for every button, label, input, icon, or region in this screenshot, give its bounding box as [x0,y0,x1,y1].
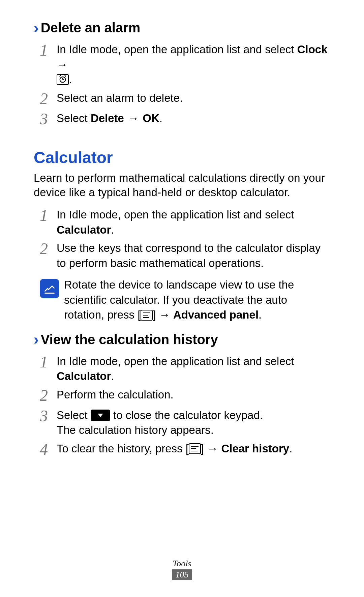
page-footer: Tools 105 [0,559,364,580]
document-page: › Delete an alarm 1 In Idle mode, open t… [0,0,364,597]
step-number: 4 [40,441,57,458]
step-number: 3 [40,407,57,425]
step-body: In Idle mode, open the application list … [57,354,330,384]
heading-text: Delete an alarm [41,20,141,35]
step-body: Perform the calculation. [57,387,330,402]
heading-calculator: Calculator [34,148,330,167]
step-number: 2 [40,90,57,108]
svg-line-4 [65,76,66,77]
step-1-calc: 1 In Idle mode, open the application lis… [40,207,330,237]
step-body: In Idle mode, open the application list … [57,42,330,87]
step-2-delete: 2 Select an alarm to delete. [40,91,330,108]
heading-view-history: › View the calculation history [34,332,330,347]
chevron-icon: › [34,21,39,35]
note-body: Rotate the device to landscape view to u… [64,277,330,323]
heading-text: View the calculation history [41,332,218,347]
menu-icon [141,310,153,321]
note-block: Rotate the device to landscape view to u… [40,277,330,323]
step-body: Use the keys that correspond to the calc… [57,241,330,271]
step-2-history: 2 Perform the calculation. [40,387,330,405]
step-3-history: 3 Select to close the calculator keypad.… [40,408,330,438]
step-4-history: 4 To clear the history, press [] → Clear… [40,441,330,458]
step-body: Select Delete → OK. [57,111,330,126]
step-number: 1 [40,207,57,225]
step-number: 1 [40,41,57,59]
step-number: 1 [40,353,57,371]
step-body: In Idle mode, open the application list … [57,207,330,237]
step-1-delete: 1 In Idle mode, open the application lis… [40,42,330,87]
step-number: 3 [40,110,57,128]
step-3-delete: 3 Select Delete → OK. [40,111,330,128]
collapse-keypad-icon [91,410,110,421]
step-2-calc: 2 Use the keys that correspond to the ca… [40,241,330,271]
step-number: 2 [40,240,57,258]
footer-section-label: Tools [0,559,364,569]
menu-icon [189,443,201,454]
calculator-intro: Learn to perform mathematical calculatio… [34,171,330,200]
step-number: 2 [40,387,57,405]
page-number: 105 [172,569,192,580]
svg-line-3 [60,76,61,77]
step-body: Select an alarm to delete. [57,91,330,106]
step-body: Select to close the calculator keypad. T… [57,408,330,438]
note-icon [40,279,59,298]
alarm-clock-icon [57,74,69,85]
step-body: To clear the history, press [] → Clear h… [57,441,330,456]
step-1-history: 1 In Idle mode, open the application lis… [40,354,330,384]
heading-delete-alarm: › Delete an alarm [34,20,330,35]
chevron-icon: › [34,332,39,347]
